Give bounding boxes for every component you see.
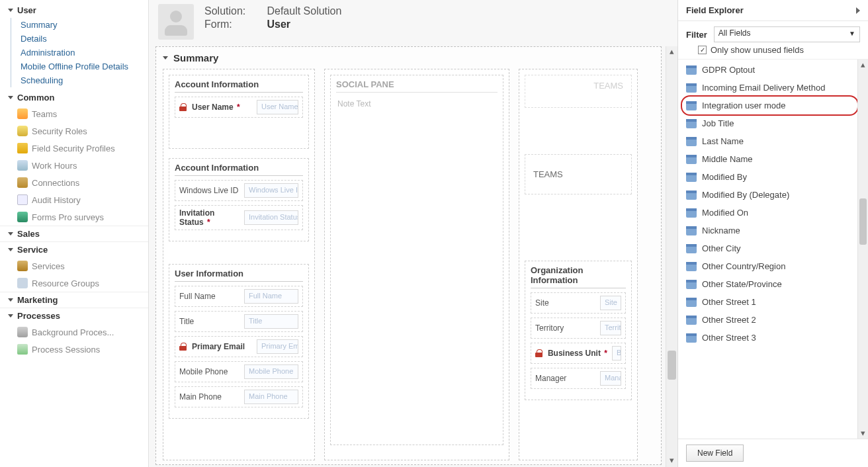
nav-group-processes[interactable]: Processes — [0, 308, 148, 323]
field-placeholder[interactable]: User Name — [257, 100, 298, 114]
nav-item-audit-history[interactable]: Audit History — [0, 191, 148, 208]
ic-resgrp-icon — [17, 278, 28, 288]
chevron-right-icon[interactable] — [856, 7, 860, 14]
nav-item-services[interactable]: Services — [0, 257, 148, 275]
explorer-field-other-country-region[interactable]: Other Country/Region — [681, 257, 857, 275]
field-explorer-title: Field Explorer — [686, 5, 744, 15]
section-account-info-2[interactable]: Account Information Windows Live IDWindo… — [169, 158, 309, 241]
explorer-field-last-name[interactable]: Last Name — [681, 132, 857, 150]
entity-title[interactable]: User — [0, 3, 148, 18]
nav-item-security-roles[interactable]: Security Roles — [0, 122, 148, 140]
explorer-field-other-city[interactable]: Other City — [681, 239, 857, 257]
nav-item-teams[interactable]: Teams — [0, 105, 148, 122]
section-user-info[interactable]: User Information Full NameFull NameTitle… — [169, 264, 309, 419]
tab-column-3[interactable]: TEAMS TEAMS Organization Information Sit… — [519, 69, 638, 460]
field-placeholder[interactable]: Site — [600, 296, 621, 310]
new-field-button[interactable]: New Field — [686, 445, 744, 462]
field-invitation-status[interactable]: Invitation Status *Invitation Status — [175, 205, 303, 230]
field-title[interactable]: TitleTitle — [175, 311, 303, 332]
nav-item-connections[interactable]: Connections — [0, 174, 148, 191]
explorer-field-other-street-2[interactable]: Other Street 2 — [681, 311, 857, 329]
field-primary-email[interactable]: Primary EmailPrimary Email — [175, 336, 303, 357]
field-site[interactable]: SiteSite — [531, 292, 626, 314]
left-nav-scroll[interactable]: User SummaryDetailsAdministrationMobile … — [0, 0, 148, 467]
field-territory[interactable]: TerritoryTerritory — [531, 318, 626, 339]
explorer-field-nickname[interactable]: Nickname — [681, 222, 857, 239]
section-social-pane[interactable]: SOCIAL PANE Note Text — [330, 75, 503, 445]
nav-item-field-security-profiles[interactable]: Field Security Profiles — [0, 140, 148, 157]
nav-link-scheduling[interactable]: Scheduling — [11, 73, 148, 87]
explorer-field-gdpr-optout[interactable]: GDPR Optout — [681, 61, 857, 79]
nav-item-label: Resource Groups — [32, 278, 99, 288]
section-org-info[interactable]: Organization Information SiteSiteTerrito… — [525, 261, 632, 400]
field-placeholder[interactable]: Business U — [612, 346, 621, 361]
field-placeholder[interactable]: Main Phone — [244, 390, 298, 404]
explorer-field-other-street-3[interactable]: Other Street 3 — [681, 329, 857, 347]
tab-column-1[interactable]: Account Information User Name *User Name… — [163, 69, 315, 460]
nav-item-resource-groups[interactable]: Resource Groups — [0, 275, 148, 292]
field-placeholder[interactable]: Title — [244, 314, 298, 329]
caret-down-icon — [8, 298, 13, 302]
scroll-up-icon[interactable]: ▴ — [858, 60, 868, 70]
nav-item-forms-pro-surveys[interactable]: Forms Pro surveys — [0, 208, 148, 226]
explorer-field-incoming-email-delivery-method[interactable]: Incoming Email Delivery Method — [681, 79, 857, 97]
nav-item-work-hours[interactable]: Work Hours — [0, 157, 148, 174]
nav-item-label: Work Hours — [32, 161, 77, 171]
scroll-up-icon[interactable]: ▴ — [666, 46, 677, 58]
nav-item-background-proces-[interactable]: Background Proces... — [0, 323, 148, 341]
scroll-down-icon[interactable]: ▾ — [666, 455, 677, 467]
filter-select[interactable]: All Fields — [714, 26, 860, 42]
explorer-field-integration-user-mode[interactable]: Integration user mode — [681, 97, 857, 114]
nav-link-administration[interactable]: Administration — [11, 46, 148, 60]
nav-link-details[interactable]: Details — [11, 32, 148, 46]
field-manager[interactable]: ManagerManager — [531, 368, 626, 389]
field-placeholder[interactable]: Primary Email — [257, 339, 298, 354]
scroll-thumb[interactable] — [859, 198, 867, 245]
section-title: Organization Information — [531, 265, 626, 288]
form-tab-summary[interactable]: Summary Account Information User Name *U… — [155, 46, 662, 465]
field-placeholder[interactable]: Mobile Phone — [244, 364, 298, 379]
explorer-field-modified-by-delegate-[interactable]: Modified By (Delegate) — [681, 186, 857, 204]
filter-label: Filter — [686, 30, 707, 40]
field-list-scrollbar[interactable]: ▴ ▾ — [857, 60, 868, 439]
field-explorer-header[interactable]: Field Explorer — [678, 0, 868, 21]
form-canvas[interactable]: Summary Account Information User Name *U… — [149, 46, 666, 467]
field-placeholder[interactable]: Full Name — [244, 289, 298, 304]
ic-bg-icon — [17, 327, 28, 337]
field-windows-live-id[interactable]: Windows Live IDWindows Live ID — [175, 180, 303, 201]
nav-group-common[interactable]: Common — [0, 90, 148, 105]
nav-link-mobile-offline-profile-details[interactable]: Mobile Offline Profile Details — [11, 60, 148, 73]
field-placeholder[interactable]: Invitation Status — [244, 210, 298, 225]
checkbox-icon[interactable]: ✓ — [698, 46, 707, 54]
nav-link-summary[interactable]: Summary — [11, 18, 148, 32]
form-header: Solution: Default Solution Form: User — [149, 0, 677, 46]
field-mobile-phone[interactable]: Mobile PhoneMobile Phone — [175, 361, 303, 382]
nav-item-process-sessions[interactable]: Process Sessions — [0, 341, 148, 358]
field-business-unit[interactable]: Business Unit *Business U — [531, 343, 626, 364]
nav-group-sales[interactable]: Sales — [0, 226, 148, 241]
field-user-name[interactable]: User Name *User Name — [175, 97, 303, 118]
field-main-phone[interactable]: Main PhoneMain Phone — [175, 386, 303, 407]
field-placeholder[interactable]: Manager — [600, 371, 621, 386]
field-placeholder[interactable]: Windows Live ID — [244, 183, 298, 198]
canvas-scrollbar[interactable]: ▴ ▾ — [666, 46, 677, 467]
field-label: Mobile Phone — [179, 367, 240, 376]
explorer-field-middle-name[interactable]: Middle Name — [681, 150, 857, 168]
tab-column-2[interactable]: SOCIAL PANE Note Text — [324, 69, 509, 460]
field-full-name[interactable]: Full NameFull Name — [175, 286, 303, 307]
scroll-thumb[interactable] — [668, 351, 676, 380]
nav-group-service[interactable]: Service — [0, 241, 148, 257]
field-label: Primary Email — [192, 342, 253, 351]
explorer-field-job-title[interactable]: Job Title — [681, 114, 857, 132]
section-account-info-1[interactable]: Account Information User Name *User Name — [169, 75, 309, 149]
field-placeholder[interactable]: Territory — [600, 321, 621, 335]
explorer-field-other-street-1[interactable]: Other Street 1 — [681, 293, 857, 311]
scroll-down-icon[interactable]: ▾ — [858, 428, 868, 439]
nav-group-marketing[interactable]: Marketing — [0, 292, 148, 308]
only-unused-row[interactable]: ✓ Only show unused fields — [678, 45, 868, 59]
explorer-field-modified-on[interactable]: Modified On — [681, 204, 857, 222]
section-teams[interactable]: TEAMS — [525, 154, 632, 194]
field-list[interactable]: GDPR OptoutIncoming Email Delivery Metho… — [678, 60, 857, 439]
explorer-field-modified-by[interactable]: Modified By — [681, 168, 857, 186]
explorer-field-other-state-province[interactable]: Other State/Province — [681, 275, 857, 293]
